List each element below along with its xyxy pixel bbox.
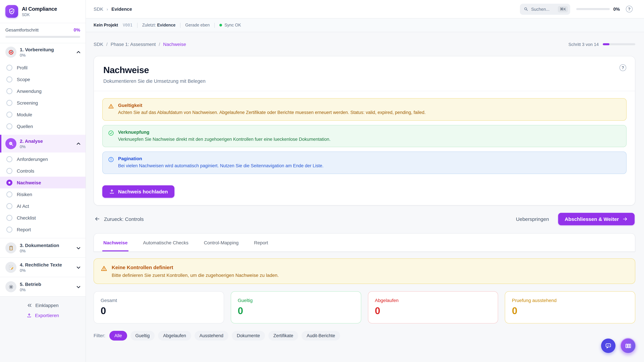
- sidebar-item-profil[interactable]: Profil: [0, 62, 86, 73]
- sidebar-item-scope[interactable]: Scope: [0, 73, 86, 85]
- sidebar-section-analyse[interactable]: 2. Analyse 0%: [0, 135, 86, 152]
- complete-next-button[interactable]: Abschliessen & Weiter: [558, 213, 634, 225]
- sidebar-item-nachweise[interactable]: Nachweise: [0, 177, 86, 188]
- board-view-button[interactable]: [620, 338, 636, 354]
- chevron-down-icon: [76, 284, 81, 289]
- tab-nachweise[interactable]: Nachweise: [102, 233, 129, 251]
- search-input[interactable]: [531, 6, 554, 11]
- sidebar-section-dokumentation[interactable]: 3. Dokumentation 0%: [0, 238, 86, 257]
- clipboard-icon: [5, 242, 16, 253]
- sync-ok-dot-icon: [219, 24, 222, 26]
- sidebar-item-label: Anwendung: [17, 88, 42, 94]
- last-visited: Zuletzt: Evidence: [142, 23, 176, 27]
- chat-bubble-icon: [605, 342, 612, 349]
- divider: [137, 23, 138, 28]
- double-chevron-left-icon: [27, 303, 32, 308]
- status-circle-icon: [6, 64, 12, 70]
- stat-label: Pruefung ausstehend: [512, 298, 628, 303]
- topbar-progress-track: [576, 8, 610, 10]
- sync-status: Sync OK: [219, 23, 241, 27]
- sidebar-item-controls[interactable]: Controls: [0, 165, 86, 177]
- overall-progress-track: [5, 36, 80, 38]
- page-help-icon[interactable]: [620, 64, 626, 71]
- section-percent: 0%: [20, 53, 73, 57]
- brand-text: AI Compliance SDK: [22, 6, 57, 17]
- sidebar-item-label: Risiken: [17, 192, 32, 197]
- stat-cards: Gesamt 0 Gueltig 0 Abgelaufen 0 Pruefung…: [94, 291, 635, 323]
- sidebar-item-risiken[interactable]: Risiken: [0, 188, 86, 200]
- filter-chip-abgelaufen[interactable]: Abgelaufen: [158, 331, 191, 340]
- callout-linking: Verknuepfung Verknuepfen Sie Nachweise d…: [102, 125, 626, 147]
- sidebar-item-anwendung[interactable]: Anwendung: [0, 85, 86, 97]
- upload-evidence-button[interactable]: Nachweis hochladen: [102, 185, 174, 198]
- chevron-up-icon: [76, 141, 81, 146]
- filter-chip-audit-berichte[interactable]: Audit-Berichte: [302, 331, 340, 340]
- breadcrumb-parent[interactable]: Phase 1: Assessment: [110, 41, 156, 47]
- sidebar-item-module[interactable]: Module: [0, 109, 86, 120]
- sidebar-item-report[interactable]: Report: [0, 224, 86, 235]
- skip-button[interactable]: Ueberspringen: [516, 216, 549, 222]
- status-circle-icon: [6, 76, 12, 82]
- callout-body: Bei vielen Nachweisen wird automatisch p…: [118, 163, 324, 169]
- warning-triangle-icon: [108, 103, 114, 109]
- section-label: 3. Dokumentation: [20, 243, 73, 248]
- help-icon[interactable]: [626, 6, 632, 12]
- stat-card-pruefung-ausstehend: Pruefung ausstehend 0: [505, 291, 636, 323]
- filter-chip-alle[interactable]: Alle: [109, 331, 127, 340]
- stat-label: Gesamt: [100, 298, 217, 303]
- sidebar-item-label: Controls: [17, 168, 34, 173]
- sidebar-item-anforderungen[interactable]: Anforderungen: [0, 153, 86, 165]
- app-title: AI Compliance: [22, 6, 57, 12]
- section-percent: 0%: [20, 287, 73, 292]
- status-circle-icon: [6, 100, 12, 106]
- filter-chip-dokumente[interactable]: Dokumente: [232, 331, 265, 340]
- filter-row: Filter: Alle Gueltig Abgelaufen Ausstehe…: [94, 331, 635, 349]
- back-button[interactable]: Zurueck: Controls: [94, 216, 144, 222]
- nav-right: Ueberspringen Abschliessen & Weiter: [516, 213, 634, 225]
- sidebar-item-screening[interactable]: Screening: [0, 97, 86, 109]
- step-progress-track: [603, 43, 635, 45]
- status-circle-icon: [6, 203, 12, 209]
- topbar-right: ⌘K 0%: [520, 3, 632, 14]
- filter-chip-gueltig[interactable]: Gueltig: [130, 331, 155, 340]
- filter-chip-zertifikate[interactable]: Zertifikate: [268, 331, 298, 340]
- sidebar-item-quellen[interactable]: Quellen: [0, 120, 86, 132]
- section-items: Profil Scope Anwendung Screening Module …: [0, 61, 86, 135]
- search-box[interactable]: ⌘K: [520, 3, 570, 14]
- page-subtitle: Dokumentieren Sie die Umsetzung mit Bele…: [103, 78, 626, 84]
- page-card-header: Nachweise Dokumentieren Sie die Umsetzun…: [94, 56, 635, 91]
- content-scroll-area[interactable]: SDK / Phase 1: Assessment / Nachweise Sc…: [86, 32, 644, 362]
- sidebar-section-vorbereitung[interactable]: 1. Vorbereitung 0%: [0, 43, 86, 61]
- sidebar-item-ai-act[interactable]: AI Act: [0, 200, 86, 212]
- collapse-label: Einklappen: [36, 303, 59, 308]
- sidebar-item-label: Module: [17, 112, 32, 117]
- sidebar-item-checklist[interactable]: Checklist: [0, 212, 86, 224]
- chevron-up-icon: [76, 50, 81, 54]
- project-status: Kein Projekt: [94, 23, 118, 27]
- tab-control-mapping[interactable]: Control-Mapping: [203, 233, 240, 251]
- callout-title: Gueltigkeit: [118, 103, 426, 108]
- sidebar-item-label: Report: [17, 227, 31, 232]
- stat-label: Abgelaufen: [375, 298, 491, 303]
- breadcrumb-root[interactable]: SDK: [94, 41, 103, 47]
- chevron-down-icon: [76, 246, 81, 250]
- topbar-breadcrumb: SDK › Evidence: [94, 6, 132, 12]
- stat-value: 0: [512, 305, 628, 316]
- chat-button[interactable]: [601, 339, 616, 353]
- sidebar-section-betrieb[interactable]: 5. Betrieb 0%: [0, 277, 86, 296]
- sidebar-section-rechtliche-texte[interactable]: 4. Rechtliche Texte 0%: [0, 257, 86, 277]
- last-saved-time: Gerade eben: [185, 23, 210, 27]
- stat-value: 0: [100, 305, 217, 316]
- breadcrumb-root[interactable]: SDK: [94, 6, 103, 12]
- divider: /: [159, 41, 160, 47]
- export-icon: [26, 313, 32, 318]
- export-button[interactable]: Exportieren: [26, 313, 59, 318]
- status-circle-icon: [6, 226, 12, 232]
- tab-automatische-checks[interactable]: Automatische Checks: [142, 233, 190, 251]
- brand-header: AI Compliance SDK: [0, 0, 86, 23]
- tab-report[interactable]: Report: [253, 233, 269, 251]
- filter-chip-ausstehend[interactable]: Ausstehend: [194, 331, 228, 340]
- step-indicator: Schritt 3 von 14: [568, 42, 635, 47]
- collapse-sidebar-button[interactable]: Einklappen: [27, 303, 59, 308]
- export-label: Exportieren: [35, 313, 59, 318]
